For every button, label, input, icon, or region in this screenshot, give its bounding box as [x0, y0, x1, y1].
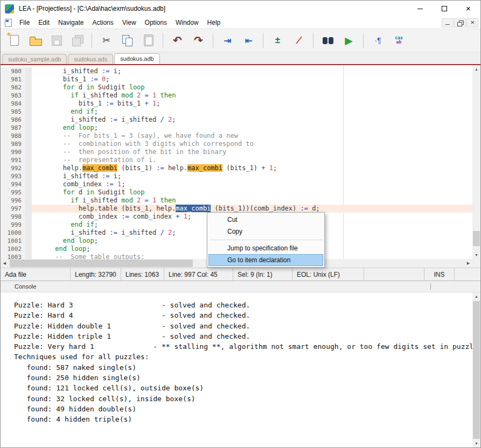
unindent-button[interactable] — [238, 31, 259, 50]
console-line: found: 121 locked cell(s), outside boxe(… — [14, 383, 470, 393]
code-line[interactable]: 995 for d in Sudigit loop — [1, 188, 480, 197]
document-icon[interactable] — [5, 19, 12, 27]
line-number: 991 — [1, 156, 25, 164]
cut-button[interactable] — [96, 31, 117, 50]
undo-button[interactable] — [167, 31, 188, 50]
fold-margin — [25, 92, 32, 100]
redo-arrow-icon — [192, 33, 206, 47]
fold-margin — [25, 205, 32, 213]
clipboard-icon — [142, 33, 156, 47]
copy-button[interactable] — [117, 31, 138, 50]
menu-help[interactable]: Help — [203, 17, 225, 28]
line-number: 1002 — [1, 245, 25, 253]
red-slash-icon — [292, 33, 306, 47]
uncomment-button[interactable] — [288, 31, 309, 50]
console-scroll-up-icon[interactable]: ▲ — [472, 292, 480, 300]
code-text: if i_shifted mod 2 = 1 then — [32, 92, 480, 100]
code-line[interactable]: 986 i_shifted := i_shifted / 2; — [1, 116, 480, 124]
maximize-button[interactable] — [432, 1, 456, 17]
editor-vscrollbar[interactable]: ▲ ▼ — [472, 65, 480, 259]
menu-navigate[interactable]: Navigate — [54, 17, 88, 28]
context-menu-item-cut[interactable]: Cut — [208, 214, 323, 226]
scroll-down-arrow-icon[interactable]: ▼ — [472, 251, 480, 259]
menu-view[interactable]: View — [118, 17, 141, 28]
fold-margin — [25, 164, 32, 172]
toolbar: caswh — [1, 29, 480, 52]
code-line[interactable]: 997 help.table (bits_1, help.max_combi (… — [1, 205, 480, 213]
status-segment-2: Lines: 1063 — [121, 268, 164, 281]
app-icon — [5, 4, 14, 13]
menu-window[interactable]: Window — [171, 17, 203, 28]
scroll-right-arrow-icon[interactable]: ▶ — [464, 259, 472, 268]
find-button[interactable] — [317, 31, 338, 50]
console-vscroll-thumb[interactable] — [473, 301, 480, 439]
line-number: 1003 — [1, 253, 25, 259]
scroll-left-arrow-icon[interactable]: ◀ — [1, 259, 9, 268]
code-line[interactable]: 994 comb_index := 1; — [1, 180, 480, 188]
minimize-button[interactable] — [408, 1, 432, 17]
menu-items: FileEditNavigateActionsViewOptionsWindow… — [15, 17, 225, 28]
new-file-button[interactable] — [4, 31, 25, 50]
open-file-button[interactable] — [25, 31, 46, 50]
context-menu-item-copy[interactable]: Copy — [208, 226, 323, 237]
indent-button[interactable] — [217, 31, 238, 50]
line-number: 985 — [1, 108, 25, 116]
tab-sudokus.ads[interactable]: sudokus.ads — [68, 54, 113, 64]
line-number: 993 — [1, 172, 25, 180]
close-button[interactable]: × — [456, 1, 480, 17]
editor-hscroll-thumb[interactable] — [10, 260, 193, 267]
syntax-sample-button[interactable]: caswh — [388, 31, 409, 50]
console-vscrollbar[interactable]: ▲ ▼ — [472, 292, 480, 447]
fold-margin — [25, 180, 32, 188]
code-line[interactable]: 991 -- representation of i. — [1, 156, 480, 164]
run-button[interactable] — [338, 31, 359, 50]
status-segment-7: INS — [424, 268, 455, 281]
fold-margin — [25, 108, 32, 116]
mdi-minimize-button[interactable] — [442, 18, 454, 27]
console-panel[interactable]: Puzzle: Hard 3 - solved and checked.Puzz… — [1, 292, 480, 447]
code-line[interactable]: 992 help.max_combi (bits_1) := help.max_… — [1, 164, 480, 172]
code-line[interactable]: 981 bits_1 := 0; — [1, 75, 480, 83]
menu-file[interactable]: File — [15, 17, 34, 28]
code-line[interactable]: 980 i_shifted := i; — [1, 67, 480, 75]
mdi-restore-button[interactable] — [454, 18, 466, 27]
tab-sudokus.adb[interactable]: sudokus.adb — [114, 53, 159, 64]
code-line[interactable]: 984 bits_1 := bits_1 + 1; — [1, 100, 480, 108]
code-line[interactable]: 996 if i_shifted mod 2 = 1 then — [1, 197, 480, 205]
code-line[interactable]: 993 i_shifted := i; — [1, 172, 480, 180]
code-line[interactable]: 987 end loop; — [1, 124, 480, 132]
fold-margin — [25, 116, 32, 124]
line-number: 987 — [1, 124, 25, 132]
code-line[interactable]: 990 -- then position of the bit in the b… — [1, 148, 480, 156]
menu-options[interactable]: Options — [141, 17, 171, 28]
menu-actions[interactable]: Actions — [88, 17, 117, 28]
fold-margin — [25, 100, 32, 108]
redo-button[interactable] — [188, 31, 209, 50]
tab-sudoku_sample.adb[interactable]: sudoku_sample.adb — [2, 54, 67, 64]
show-formatting-button[interactable] — [367, 31, 388, 50]
line-number: 983 — [1, 92, 25, 100]
line-number: 1000 — [1, 229, 25, 237]
console-scroll-down-icon[interactable]: ▼ — [472, 439, 480, 447]
code-line[interactable]: 982 for d in Sudigit loop — [1, 83, 480, 92]
status-bar: Ada fileLength: 32790Lines: 1063Line: 99… — [1, 268, 480, 281]
scroll-up-arrow-icon[interactable]: ▲ — [472, 65, 480, 73]
code-line[interactable]: 988 -- For bits_1 = 3 (say), we have fou… — [1, 132, 480, 140]
fold-margin — [25, 83, 32, 92]
mdi-close-button[interactable] — [466, 18, 478, 27]
code-line[interactable]: 989 -- combination with 3 digits which c… — [1, 140, 480, 148]
code-line[interactable]: 983 if i_shifted mod 2 = 1 then — [1, 92, 480, 100]
code-text: -- For bits_1 = 3 (say), we have found a… — [32, 132, 480, 140]
context-menu-item-go-to-item-declaration[interactable]: Go to item declaration — [208, 254, 323, 266]
minimize-icon — [417, 9, 423, 9]
toggle-comment-button[interactable] — [267, 31, 288, 50]
editor-vscroll-thumb[interactable] — [473, 231, 480, 246]
context-menu-item-jump-to-specification-file[interactable]: Jump to specification file — [208, 242, 323, 254]
line-number: 992 — [1, 164, 25, 172]
console-lines: Puzzle: Hard 3 - solved and checked.Puzz… — [1, 292, 480, 425]
code-line[interactable]: 985 end if; — [1, 108, 480, 116]
console-line: Puzzle: Very hard 1 - ** stalling **, al… — [14, 341, 470, 352]
console-splitter-grip[interactable] — [430, 283, 431, 290]
menu-edit[interactable]: Edit — [34, 17, 54, 28]
pilcrow-icon — [371, 33, 385, 47]
